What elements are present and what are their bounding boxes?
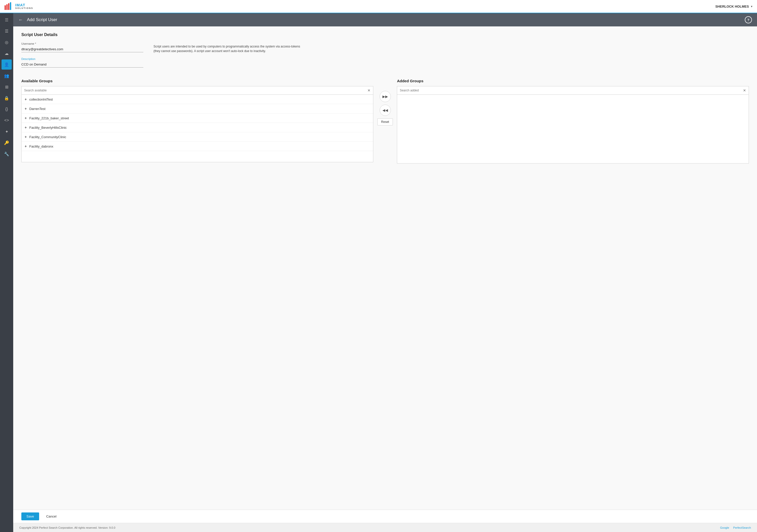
available-groups-label: Available Groups [21,79,373,83]
help-icon: ? [747,18,749,22]
page-content: Script User Details Username * Descripti… [13,26,757,510]
footer-link-perfectsearch[interactable]: PerfectSearch [733,526,751,529]
section-title: Script User Details [21,33,749,37]
username-label: Username * [21,42,143,45]
info-text: Script users are intended to be used by … [154,42,306,72]
group-name: collectionIntTest [29,98,53,101]
sidebar-item-settings[interactable]: 🔧 [2,149,12,159]
available-search-input[interactable] [24,89,365,92]
description-label: Description [21,57,143,60]
sidebar-item-cloud[interactable]: ☁ [2,48,12,58]
sidebar-item-dev[interactable]: <> [2,115,12,126]
person-icon: 👤 [4,62,9,67]
user-menu[interactable]: SHERLOCK HOLMES ▼ [715,5,753,8]
svg-rect-3 [10,2,11,10]
form-left: Username * Description [21,42,143,72]
username-group: Username * [21,42,143,52]
group-item-darrentest[interactable]: + DarrenTest [22,104,373,114]
logo-area: IMAT SOLUTIONS [4,2,33,11]
remove-all-icon: ◀◀ [382,108,388,112]
added-groups-panel: Added Groups ✕ [397,79,749,163]
available-groups-panel: Available Groups ✕ + collectionIntTest [21,79,373,162]
hamburger-icon: ☰ [5,17,8,22]
add-icon: + [25,107,27,111]
footer-link-google[interactable]: Google [720,526,729,529]
help-button[interactable]: ? [745,16,752,23]
lock-icon: 🔒 [4,96,9,100]
remove-all-button[interactable]: ◀◀ [379,105,391,116]
group-icon: 👥 [4,73,9,78]
page-header: ← Add Script User ? [13,13,757,26]
sidebar-toggle[interactable]: ☰ [2,15,12,24]
sidebar-item-code[interactable]: {} [2,104,12,114]
add-icon: + [25,144,27,148]
clock-icon: ◎ [5,40,8,45]
added-clear-button[interactable]: ✕ [743,88,746,93]
add-icon: + [25,126,27,129]
svg-rect-2 [8,3,10,10]
logo-text-imat: IMAT [15,3,33,7]
share-icon: ✦ [5,129,8,134]
sidebar: ☰ ☰ ◎ ☁ 👤 👥 ⊞ 🔒 {} <> ✦ [0,13,13,532]
page-title: Add Script User [27,17,741,22]
chevron-down-icon: ▼ [750,5,753,8]
description-group: Description [21,57,143,68]
group-item-dabronx[interactable]: + Facility_dabronx [22,142,373,151]
wrench-icon: 🔧 [4,152,9,156]
add-icon: + [25,97,27,101]
cancel-button[interactable]: Cancel [42,513,60,520]
available-groups-box: ✕ + collectionIntTest + DarrenTest [21,86,373,162]
add-icon: + [25,116,27,120]
description-input[interactable] [21,62,143,68]
group-item-facility221b[interactable]: + Facility_221b_baker_street [22,114,373,123]
username-input[interactable] [21,46,143,52]
sidebar-item-lock[interactable]: 🔒 [2,93,12,103]
code-icon: {} [5,107,8,111]
add-icon: + [25,135,27,139]
footer-links: Google PerfectSearch [720,526,751,529]
form-row: Username * Description Script users are … [21,42,749,72]
group-name: Facility_221b_baker_street [29,116,69,120]
group-name: Facility_dabronx [29,145,53,148]
save-button[interactable]: Save [21,513,39,520]
dev-icon: <> [4,118,9,123]
main-layout: ☰ ☰ ◎ ☁ 👤 👥 ⊞ 🔒 {} <> ✦ [0,13,757,532]
sidebar-item-share[interactable]: ✦ [2,126,12,137]
sidebar-item-clock[interactable]: ◎ [2,37,12,47]
logo-image [4,2,13,11]
sidebar-item-grid[interactable]: ⊞ [2,82,12,92]
content-area: ← Add Script User ? Script User Details … [13,13,757,532]
sidebar-item-groups[interactable]: 👥 [2,70,12,81]
added-groups-empty [397,95,749,163]
group-item-communityclinic[interactable]: + Facility_CommunityClinic [22,132,373,142]
sidebar-item-users[interactable]: 👤 [2,59,12,70]
group-name: Facility_BeverlyHillsClinic [29,126,67,129]
reset-button[interactable]: Reset [378,118,393,126]
add-all-button[interactable]: ▶▶ [379,91,391,102]
group-name: Facility_CommunityClinic [29,135,66,139]
sidebar-item-list[interactable]: ☰ [2,26,12,36]
key-icon: 🔑 [4,140,9,145]
groups-row: Available Groups ✕ + collectionIntTest [21,79,749,163]
available-search-bar: ✕ [22,86,373,95]
list-icon: ☰ [5,29,8,34]
available-groups-list: + collectionIntTest + DarrenTest + Facil… [22,95,373,151]
copyright-text: Copyright 2024 Perfect Search Corporatio… [19,526,115,529]
bottom-bar: Save Cancel [13,510,757,523]
added-search-input[interactable] [400,89,741,92]
add-all-icon: ▶▶ [382,95,388,98]
sidebar-item-keys[interactable]: 🔑 [2,138,12,148]
svg-rect-1 [6,4,8,10]
added-search-bar: ✕ [397,86,749,95]
added-groups-box: ✕ [397,86,749,163]
available-clear-button[interactable]: ✕ [367,88,371,93]
grid-icon: ⊞ [5,85,8,89]
group-item-collectioninttest[interactable]: + collectionIntTest [22,95,373,104]
group-item-beverlyhills[interactable]: + Facility_BeverlyHillsClinic [22,123,373,132]
groups-section: Available Groups ✕ + collectionIntTest [21,79,749,163]
top-bar: IMAT SOLUTIONS SHERLOCK HOLMES ▼ [0,0,757,13]
added-groups-label: Added Groups [397,79,749,83]
footer: Copyright 2024 Perfect Search Corporatio… [13,523,757,532]
back-button[interactable]: ← [18,17,23,23]
svg-rect-0 [5,5,6,10]
